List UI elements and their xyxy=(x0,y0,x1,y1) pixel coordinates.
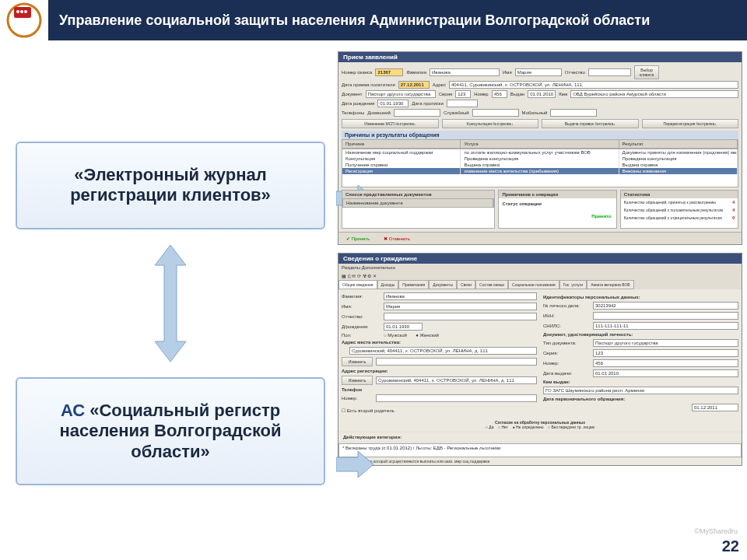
consent-row: Согласие на обработку персональных данны… xyxy=(338,418,742,431)
logo xyxy=(0,0,48,40)
tab[interactable]: Доходы xyxy=(377,280,399,289)
categories-list[interactable]: * Ветераны труда (с 01.01.2012) / Льготы… xyxy=(338,443,742,457)
icon-toolbar[interactable]: ▦ ⎙ ✉ ⟳ ☢ ⚙ ✕ xyxy=(338,271,742,280)
double-arrow-icon xyxy=(147,245,194,362)
svg-point-3 xyxy=(20,10,23,13)
right-panel: Идентификаторы персональных данных: № ли… xyxy=(543,292,738,415)
action-button[interactable]: Консультация №стрелка↓ xyxy=(442,119,539,128)
name-input[interactable]: Мария xyxy=(515,68,562,76)
page-title: Управление социальной защиты населения А… xyxy=(59,12,650,29)
svg-point-2 xyxy=(16,10,19,13)
right-column: Прием заявлений Номер сеанса 21367 Фамил… xyxy=(335,40,747,560)
card-registry-text: АС «Социальный регистр населения Волгогр… xyxy=(28,401,313,462)
reasons-table[interactable]: Назначение мер социальной поддержкипо оп… xyxy=(342,149,738,187)
action-button[interactable]: Перерегистрация №стрелка↓ xyxy=(642,119,739,128)
tab[interactable]: Гос. услуги xyxy=(559,280,587,289)
window-footer: ✔ Принять ✖ Отменить xyxy=(338,232,742,244)
card-journal: «Электронный журнал регистрации клиентов… xyxy=(16,142,325,229)
tab[interactable]: Анкета ветерана ВОВ xyxy=(587,280,633,289)
window-title: Прием заявлений xyxy=(338,52,742,62)
tabs: Общие сведения Доходы Примечания Докумен… xyxy=(338,280,742,289)
surname-input[interactable]: Иванова xyxy=(430,68,500,76)
header-bar: Управление социальной защиты населения А… xyxy=(0,0,747,40)
docs-box: Список представленных документов Наимено… xyxy=(342,190,495,229)
session-number[interactable]: 21367 xyxy=(375,68,403,76)
tab[interactable]: Документы xyxy=(429,280,457,289)
svg-marker-7 xyxy=(336,451,374,478)
select-client-button[interactable]: Выбор клиента xyxy=(634,65,660,79)
card-journal-text: «Электронный журнал регистрации клиентов… xyxy=(28,165,313,206)
table-header: Причина Услуга Результат xyxy=(342,139,738,149)
visit-date[interactable]: 27.12.2011 xyxy=(398,81,430,89)
patronymic-input[interactable] xyxy=(588,68,631,76)
menu-bar[interactable]: Разделы Дополнительно xyxy=(338,264,742,271)
watermark: ©MySharedru xyxy=(694,527,738,535)
change-button[interactable]: Изменить xyxy=(342,357,373,366)
address-input[interactable]: 404411, Суровикинский, х. ОСТРОВСКОЙ, ул… xyxy=(449,81,738,89)
page-number: 22 xyxy=(722,537,739,555)
change-button[interactable]: Изменить xyxy=(342,376,373,385)
note-box: Примечание к операции Статус операции Пр… xyxy=(498,190,616,229)
action-button[interactable]: Выдача справок №стрелка↓ xyxy=(542,119,639,128)
tab[interactable]: Примечания xyxy=(398,280,429,289)
title-bar: Управление социальной защиты населения А… xyxy=(48,0,747,40)
stats-box: Статистика Количество обращений, приняты… xyxy=(620,190,738,229)
tab[interactable]: Социальное положение xyxy=(508,280,559,289)
left-column: «Электронный журнал регистрации клиентов… xyxy=(0,40,335,560)
left-panel: Фамилия:Иванова Имя:Мария Отчество: Д/ро… xyxy=(342,292,537,415)
arrow-right-icon xyxy=(336,451,374,478)
accept-button[interactable]: ✔ Принять xyxy=(342,234,374,243)
window-registry: Сведения о гражданине Разделы Дополнител… xyxy=(338,253,742,466)
action-button-bar: Изменение МСП №стрелка↓ Консультация №ст… xyxy=(342,119,738,128)
card-registry: АС «Социальный регистр населения Волгогр… xyxy=(16,377,325,485)
action-button[interactable]: Изменение МСП №стрелка↓ xyxy=(342,119,439,128)
section-reasons: Причины и результаты обращения xyxy=(342,131,738,139)
doc-input[interactable]: Паспорт другого государства xyxy=(366,90,436,98)
tab[interactable]: Связи xyxy=(457,280,475,289)
svg-point-4 xyxy=(24,10,27,13)
window-journal: Прием заявлений Номер сеанса 21367 Фамил… xyxy=(338,51,742,245)
tab[interactable]: Состав семьи xyxy=(475,280,508,289)
window-title: Сведения о гражданине xyxy=(338,254,742,264)
cancel-button[interactable]: ✖ Отменить xyxy=(379,234,415,243)
tab[interactable]: Общие сведения xyxy=(338,280,377,289)
svg-marker-5 xyxy=(155,245,186,362)
footnote: * - категория, по которой осуществляются… xyxy=(338,457,742,465)
status-value: Принято xyxy=(591,214,611,219)
